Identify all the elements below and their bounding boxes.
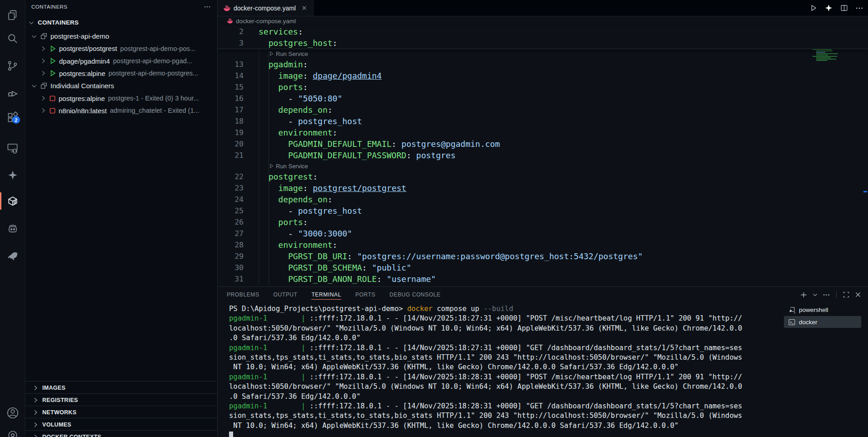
- code-token: -: [259, 206, 298, 216]
- settings-gear-icon[interactable]: [0, 427, 25, 437]
- run-button[interactable]: [809, 4, 818, 12]
- terminal-text: PS D:\Apidog_Projects\postgrest-api-demo…: [229, 305, 407, 313]
- terminal-text: docker: [407, 305, 433, 313]
- code-token: [259, 274, 288, 284]
- line-content: depends_on:: [244, 195, 333, 204]
- image-link[interactable]: dpage/pgadmin4: [313, 71, 382, 80]
- terminal-tab-docker[interactable]: docker: [784, 316, 861, 328]
- source-control-icon[interactable]: [0, 57, 25, 74]
- panel-tab-ports[interactable]: PORTS: [355, 289, 375, 301]
- project-icon: [40, 82, 48, 90]
- account-icon[interactable]: [0, 404, 25, 422]
- terminal-dropdown-icon[interactable]: [812, 292, 818, 298]
- sidebar-containers-view: CONTAINERS CONTAINERSpostgrest-api-demop…: [25, 0, 218, 437]
- code-line-16: 16 - "5050:80": [218, 93, 868, 104]
- tree-row-n8nio-n8n-latest[interactable]: n8nio/n8n:latestadmiring_chatelet - Exit…: [25, 105, 217, 117]
- terminal-text: compose up: [433, 305, 484, 313]
- code-token: postgres_host: [269, 38, 333, 48]
- new-terminal-icon[interactable]: [800, 291, 808, 299]
- code-token: :: [333, 128, 338, 137]
- terminal-line: sion_stats,tps_stats,ti_stats,to_stats,b…: [229, 411, 784, 421]
- line-content: - postgres_host: [244, 206, 362, 216]
- code-token: "3000:3000": [298, 229, 352, 238]
- search-icon[interactable]: [0, 30, 25, 47]
- code-token: ports: [278, 82, 303, 92]
- panel-tab-problems[interactable]: PROBLEMS: [227, 289, 259, 301]
- tree-row-postgrest-api-demo[interactable]: postgrest-api-demo: [25, 30, 217, 42]
- code-token: :: [362, 263, 372, 272]
- chevron-down-icon: [30, 33, 38, 40]
- containers-icon[interactable]: [0, 192, 25, 210]
- section-docker-contexts[interactable]: DOCKER CONTEXTS: [25, 430, 217, 437]
- maximize-panel-icon[interactable]: [843, 291, 850, 298]
- section-networks[interactable]: NETWORKS: [25, 406, 217, 418]
- editor-more-actions-icon[interactable]: [855, 4, 863, 12]
- line-number: 14: [218, 71, 244, 80]
- code-token: postgres@pgadmin.com: [401, 139, 500, 149]
- sparkle-action-icon[interactable]: [824, 4, 833, 12]
- codelens-run-service[interactable]: Run Service: [218, 161, 868, 171]
- tree-row-postgres-alpine[interactable]: postgres:alpinepostgres-1 - Exited (0) 3…: [25, 92, 217, 105]
- tree-item-label: dpage/pgadmin4: [59, 57, 110, 65]
- extensions-badge: 2: [12, 116, 20, 124]
- chevron-down-icon: [28, 19, 35, 26]
- section-images[interactable]: IMAGES: [25, 381, 217, 394]
- tree-item-description: postgrest-api-demo-pgad...: [113, 57, 192, 65]
- section-registries[interactable]: REGISTRIES: [25, 393, 217, 406]
- code-token: environment: [278, 240, 332, 250]
- tree-row-individual-containers[interactable]: Individual Containers: [25, 80, 217, 92]
- terminal-line: pgadmin-1 | ::ffff:172.18.0.1 - - [14/No…: [229, 343, 784, 353]
- close-panel-icon[interactable]: [854, 291, 862, 298]
- play-icon: [269, 163, 274, 169]
- section-volumes[interactable]: VOLUMES: [25, 418, 217, 431]
- line-number: 3: [218, 39, 244, 47]
- tree-section-containers[interactable]: CONTAINERS: [25, 16, 217, 29]
- terminal-text: ::ffff:172.18.0.1 - - [14/Nov/2025:18:28…: [309, 402, 742, 410]
- chevron-right-icon: [32, 433, 39, 437]
- run-debug-icon[interactable]: [0, 85, 25, 102]
- terminal-line: pgadmin-1 | ::ffff:172.18.0.1 - - [14/No…: [229, 402, 784, 411]
- tab-docker-compose[interactable]: docker-compose.yaml: [218, 0, 314, 16]
- terminal-output[interactable]: PS D:\Apidog_Projects\postgrest-api-demo…: [229, 304, 784, 437]
- terminal-text: .0 Safari/537.36 Edg/142.0.0.0": [229, 392, 360, 401]
- panel-tab-terminal[interactable]: TERMINAL: [311, 289, 341, 301]
- explorer-icon[interactable]: [0, 6, 25, 24]
- tab-close-icon[interactable]: [301, 5, 308, 11]
- codelens-run-service[interactable]: Run Service: [218, 49, 868, 59]
- chevron-right-icon: [40, 45, 47, 52]
- terminal-text: ::ffff:172.18.0.1 - - [14/Nov/2025:18:27…: [309, 314, 742, 322]
- robot-icon[interactable]: [0, 220, 25, 237]
- panel-more-actions-icon[interactable]: [823, 291, 830, 299]
- codelens-label: Run Service: [276, 50, 308, 57]
- tree-item-label: n8nio/n8n:latest: [59, 107, 107, 115]
- tree-item-label: postgres:alpine: [59, 95, 105, 102]
- terminal-line: NT 10.0; Win64; x64) AppleWebKit/537.36 …: [229, 421, 784, 431]
- terminal-tab-powershell[interactable]: powershell: [784, 304, 861, 316]
- tree-row-dpage-pgadmin4[interactable]: dpage/pgadmin4postgrest-api-demo-pgad...: [25, 55, 217, 67]
- more-actions-icon[interactable]: [204, 3, 211, 10]
- split-editor-icon[interactable]: [840, 4, 848, 12]
- code-token: :: [303, 71, 313, 80]
- sparkle-icon[interactable]: [0, 166, 25, 184]
- code-token: pgadmin: [269, 60, 303, 69]
- activity-bar: 2: [0, 0, 25, 437]
- section-label: VOLUMES: [42, 422, 71, 428]
- tree-row-postgres-alpine[interactable]: postgres:alpinepostgrest-api-demo-postgr…: [25, 67, 217, 80]
- panel-tab-output[interactable]: OUTPUT: [274, 289, 298, 301]
- code-line-20: 20 PGADMIN_DEFAULT_EMAIL: postgres@pgadm…: [218, 138, 868, 150]
- code-token: :: [406, 151, 416, 160]
- kangaroo-icon[interactable]: [0, 247, 25, 265]
- remote-explorer-icon[interactable]: [0, 139, 25, 156]
- image-link[interactable]: postgrest/postgrest: [313, 183, 406, 193]
- line-content: PGADMIN_DEFAULT_PASSWORD: postgres: [244, 151, 456, 160]
- line-number: 20: [218, 140, 244, 148]
- code-token: ports: [278, 217, 303, 227]
- panel-tab-debug-console[interactable]: DEBUG CONSOLE: [389, 289, 441, 301]
- terminal-line: localhost:5050/browser/" "Mozilla/5.0 (W…: [229, 324, 784, 333]
- terminal-text: localhost:5050/browser/" "Mozilla/5.0 (W…: [229, 382, 742, 391]
- tree-row-postgrest-postgrest[interactable]: postgrest/postgrestpostgrest-api-demo-po…: [25, 42, 217, 55]
- chevron-right-icon: [40, 95, 47, 102]
- breadcrumb[interactable]: docker-compose.yaml: [218, 16, 868, 26]
- panel-actions: [800, 287, 862, 302]
- code-line-28: 28 environment:: [218, 239, 868, 251]
